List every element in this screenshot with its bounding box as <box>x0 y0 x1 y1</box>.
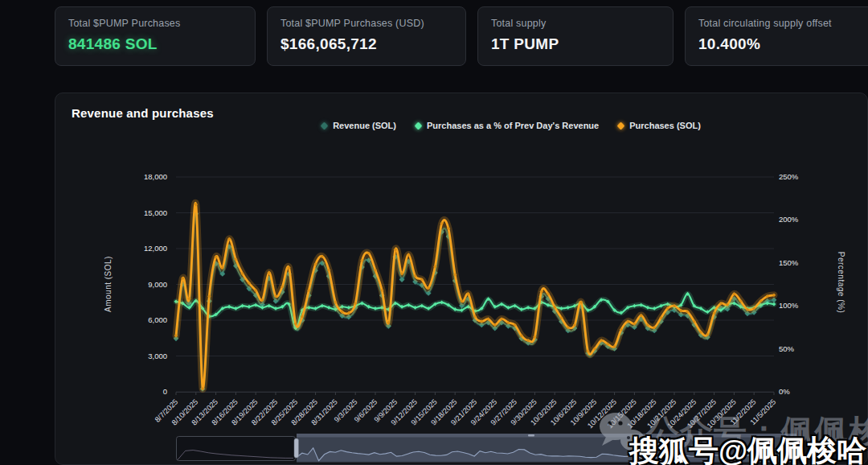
svg-text:12,000: 12,000 <box>144 244 167 253</box>
y-axis-right-labels: 0%50%100%150%200%250% <box>779 172 799 396</box>
stat-card-total-supply: Total supply 1T PUMP <box>477 6 674 66</box>
range-brush <box>177 434 797 463</box>
svg-text:6,000: 6,000 <box>148 315 167 324</box>
svg-text:18,000: 18,000 <box>144 172 167 181</box>
svg-text:15,000: 15,000 <box>144 208 167 217</box>
svg-text:200%: 200% <box>779 215 799 224</box>
svg-text:0: 0 <box>163 387 167 396</box>
stat-card-value: 10.400% <box>698 35 866 53</box>
stat-card-total-pump-purchases-usd: Total $PUMP Purchases (USD) $166,065,712 <box>267 6 466 66</box>
svg-text:0%: 0% <box>779 387 790 396</box>
revenue-purchases-chart: 03,0006,0009,00012,00015,00018,0000%50%1… <box>55 93 868 465</box>
x-axis-labels: 8/7/20258/10/20258/13/20258/16/20258/19/… <box>154 393 778 430</box>
svg-text:150%: 150% <box>779 258 799 267</box>
stat-card-total-pump-purchases: Total $PUMP Purchases 841486 SOL <box>55 6 256 66</box>
svg-text:3,000: 3,000 <box>148 352 167 360</box>
stat-card-value: 841486 SOL <box>68 35 242 53</box>
stat-card-label: Total $PUMP Purchases (USD) <box>280 18 452 29</box>
svg-text:9,000: 9,000 <box>148 280 167 289</box>
stat-card-label: Total supply <box>491 18 660 29</box>
y-axis-right-title: Percentage (%) <box>837 252 845 313</box>
brush-selected-region[interactable] <box>297 434 796 463</box>
y-axis-left-title: Amount (SOL) <box>104 256 113 312</box>
stats-row: Total $PUMP Purchases 841486 SOL Total $… <box>55 6 868 66</box>
svg-text:50%: 50% <box>779 344 795 353</box>
stat-card-circulating-supply-offset: Total circulating supply offset 10.400% <box>685 6 868 66</box>
svg-text:250%: 250% <box>779 172 799 181</box>
y-axis-left-labels: 03,0006,0009,00012,00015,00018,000 <box>144 172 167 396</box>
revenue-purchases-card: Revenue and purchases Revenue (SOL) Purc… <box>55 93 868 465</box>
stat-card-value: $166,065,712 <box>280 35 452 53</box>
stat-card-value: 1T PUMP <box>491 35 660 53</box>
svg-text:100%: 100% <box>779 301 799 310</box>
stat-card-label: Total circulating supply offset <box>698 18 866 29</box>
stat-card-label: Total $PUMP Purchases <box>68 18 242 29</box>
brush-left-handle[interactable] <box>294 438 299 458</box>
brush-unselected-region[interactable] <box>177 437 296 461</box>
